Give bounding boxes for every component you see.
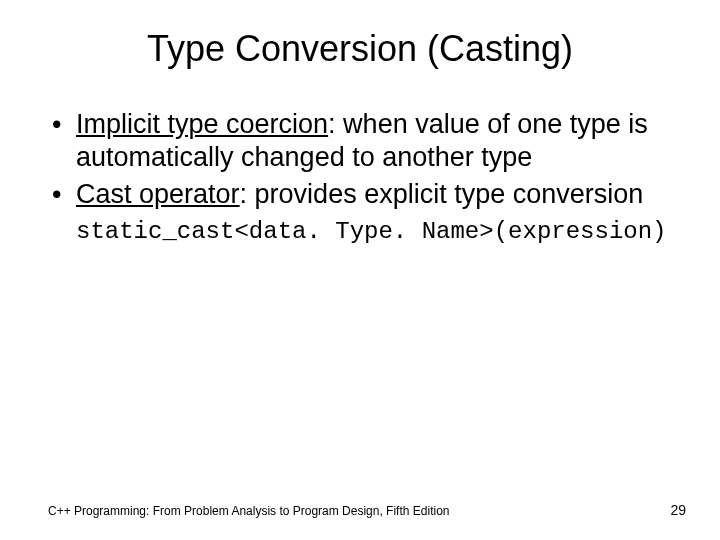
slide-body: Implicit type coercion: when value of on… <box>0 70 720 246</box>
bullet-item: Cast operator: provides explicit type co… <box>48 178 672 211</box>
footer-source: C++ Programming: From Problem Analysis t… <box>48 504 449 518</box>
bullet-rest: : provides explicit type conversion <box>240 179 644 209</box>
page-number: 29 <box>670 502 686 518</box>
code-line: static_cast<data. Type. Name>(expression… <box>48 217 672 246</box>
bullet-term: Implicit type coercion <box>76 109 328 139</box>
bullet-item: Implicit type coercion: when value of on… <box>48 108 672 174</box>
slide: Type Conversion (Casting) Implicit type … <box>0 0 720 540</box>
bullet-term: Cast operator <box>76 179 240 209</box>
bullet-list: Implicit type coercion: when value of on… <box>48 108 672 211</box>
slide-title: Type Conversion (Casting) <box>0 0 720 70</box>
